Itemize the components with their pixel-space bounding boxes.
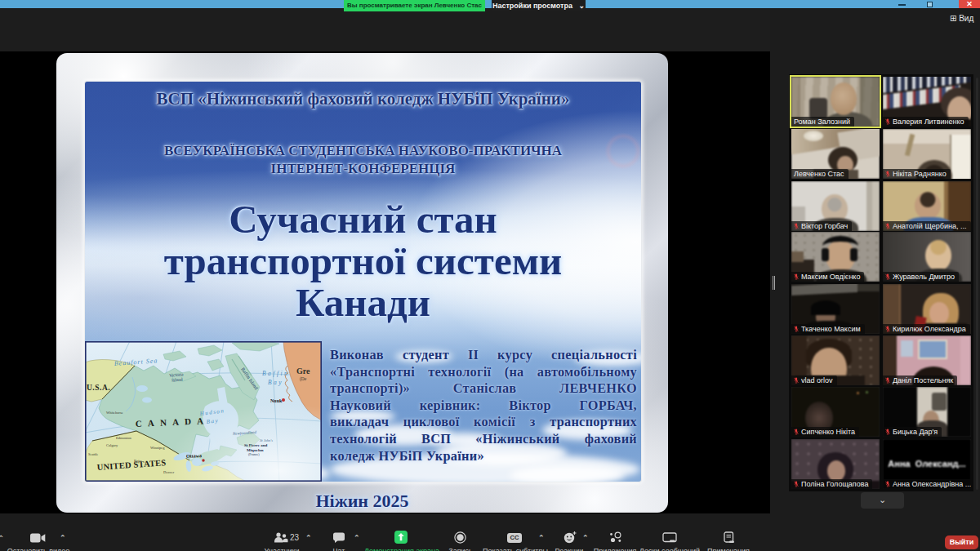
svg-text:Ottawa: Ottawa	[186, 453, 202, 459]
svg-text:U.S.A.: U.S.A.	[87, 384, 110, 392]
svg-text:Calgary: Calgary	[106, 443, 118, 447]
svg-text:St Pierre and: St Pierre and	[244, 443, 267, 447]
svg-text:(De: (De	[300, 376, 307, 382]
svg-text:Edmonton: Edmonton	[116, 436, 131, 440]
svg-text:Winnipeg: Winnipeg	[150, 446, 165, 450]
svg-text:Bay: Bay	[268, 379, 283, 386]
svg-text:Gre: Gre	[296, 367, 310, 375]
svg-text:Boise: Boise	[134, 459, 142, 463]
svg-text:Baffin: Baffin	[262, 370, 289, 377]
svg-text:Denver: Denver	[163, 470, 175, 474]
svg-text:Island: Island	[172, 376, 183, 382]
svg-text:Seattle: Seattle	[88, 452, 98, 456]
svg-text:Whitehorse: Whitehorse	[106, 411, 123, 415]
svg-text:Nuuk: Nuuk	[270, 398, 283, 403]
svg-text:St John's: St John's	[260, 438, 273, 442]
svg-text:(France): (France)	[248, 452, 260, 456]
